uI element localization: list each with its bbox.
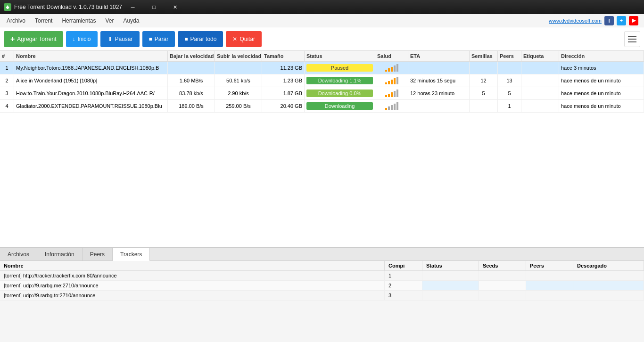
col-id: # [0, 51, 14, 61]
cell-size: 20.40 GB [262, 100, 305, 112]
cell-id: 3 [0, 87, 14, 99]
col-eta: ETA [408, 51, 470, 61]
tracker-col-peers: Peers [526, 261, 573, 270]
menu-ver[interactable]: Ver [100, 16, 118, 26]
cell-label [521, 100, 559, 112]
menu-herramientas[interactable]: Herramientas [57, 16, 100, 26]
tracker-status [422, 281, 479, 290]
cell-eta [408, 100, 470, 112]
tracker-col-downloaded: Descargado [573, 261, 644, 270]
tracker-seeds [479, 271, 526, 280]
cell-seeds [470, 62, 498, 74]
stop-button[interactable]: ■ Parar [142, 31, 175, 47]
cell-size: 1.87 GB [262, 87, 305, 99]
stop-label: Parar [155, 36, 168, 42]
cell-up-speed [215, 62, 262, 74]
tab-peers[interactable]: Peers [83, 248, 113, 261]
cell-down-speed [168, 62, 215, 74]
quit-button[interactable]: ✕ Quitar [226, 31, 262, 47]
cell-label [521, 62, 559, 74]
col-size: Tamaño [262, 51, 305, 61]
bottom-panel: ArchivosInformaciónPeersTrackers Nombre … [0, 248, 644, 342]
cell-added: hace menos de un minuto [559, 74, 644, 87]
facebook-button[interactable]: f [604, 16, 614, 25]
cell-down-speed: 189.00 B/s [168, 100, 215, 112]
cell-down-speed: 83.78 kb/s [168, 87, 215, 99]
cell-label [521, 87, 559, 99]
titlebar: Free Torrent Download v. 1.0.73 build 10… [0, 0, 644, 14]
cell-eta: 12 horas 23 minuto [408, 87, 470, 99]
menu-archivo[interactable]: Archivo [2, 16, 30, 26]
menu-auyda[interactable]: Auyda [118, 16, 144, 26]
table-row[interactable]: 4 Gladiator.2000.EXTENDED.PARAMOUNT.REIS… [0, 100, 644, 113]
pause-label: Pausar [115, 36, 133, 42]
cell-status: Downloading 1.1% [305, 74, 375, 87]
tab-información[interactable]: Información [37, 248, 83, 261]
tracker-row[interactable]: [torrent] udp://9.rarbg.to:2710/announce… [0, 291, 644, 301]
table-row[interactable]: 2 Alice in Wonderland (1951) [1080p] 1.6… [0, 74, 644, 87]
table-body: 1 My.Neighbor.Totoro.1988.JAPANESE.AND.E… [0, 62, 644, 113]
maximize-button[interactable]: □ [143, 0, 165, 14]
tracker-col-compi: Compi [385, 261, 422, 270]
hamburger-bar-1 [628, 36, 636, 37]
table-row[interactable]: 3 How.to.Train.Your.Dragon.2010.1080p.Bl… [0, 87, 644, 100]
cell-up-speed: 259.00 B/s [215, 100, 262, 112]
cell-name: My.Neighbor.Totoro.1988.JAPANESE.AND.ENG… [14, 62, 168, 74]
window-controls: ─ □ ✕ [122, 0, 186, 14]
col-up-speed: Subir la velocidad [215, 51, 262, 61]
menubar: Archivo Torrent Herramientas Ver Auyda w… [0, 14, 644, 27]
table-header: # Nombre Bajar la velocidad Subir la vel… [0, 51, 644, 62]
tracker-peers [526, 291, 573, 300]
svg-rect-1 [7, 8, 8, 9]
cell-up-speed: 2.90 kb/s [215, 87, 262, 99]
tracker-col-seeds: Seeds [479, 261, 526, 270]
twitter-button[interactable]: ✦ [617, 16, 626, 25]
tracker-name: [torrent] http://tracker.trackerfix.com:… [0, 271, 385, 280]
col-down-speed: Bajar la velocidad [168, 51, 215, 61]
start-button[interactable]: ↓ Inicio [66, 31, 98, 47]
tracker-compi: 1 [385, 271, 422, 280]
social-links: www.dvdvideosoft.com f ✦ ▶ [549, 16, 642, 25]
hamburger-menu-button[interactable] [624, 31, 640, 47]
menu-torrent[interactable]: Torrent [30, 16, 57, 26]
tracker-row[interactable]: [torrent] udp://9.rarbg.me:2710/announce… [0, 281, 644, 291]
tracker-compi: 3 [385, 291, 422, 300]
stop-all-label: Parar todo [190, 36, 216, 42]
cell-id: 2 [0, 74, 14, 87]
tab-archivos[interactable]: Archivos [0, 248, 37, 261]
stop-all-button[interactable]: ■ Parar todo [178, 31, 223, 47]
col-health: Salud [375, 51, 408, 61]
tab-trackers[interactable]: Trackers [113, 248, 150, 261]
tracker-status [422, 291, 479, 300]
cell-added: hace menos de un minuto [559, 100, 644, 112]
cell-label [521, 74, 559, 87]
cell-seeds: 12 [470, 74, 498, 87]
youtube-button[interactable]: ▶ [629, 16, 638, 25]
close-button[interactable]: ✕ [165, 0, 186, 14]
tracker-col-status: Status [422, 261, 479, 270]
main-content: # Nombre Bajar la velocidad Subir la vel… [0, 51, 644, 342]
cell-up-speed: 50.61 kb/s [215, 74, 262, 87]
cell-health [375, 87, 408, 99]
tracker-status [422, 271, 479, 280]
tracker-row[interactable]: [torrent] http://tracker.trackerfix.com:… [0, 271, 644, 281]
minimize-button[interactable]: ─ [122, 0, 143, 14]
tracker-content: Nombre Compi Status Seeds Peers Descarga… [0, 261, 644, 301]
cell-seeds [470, 100, 498, 112]
cell-name: Gladiator.2000.EXTENDED.PARAMOUNT.REISSU… [14, 100, 168, 112]
cell-status: Downloading 0.0% [305, 87, 375, 99]
col-label: Etiqueta [521, 51, 559, 61]
start-icon: ↓ [73, 36, 75, 42]
add-torrent-button[interactable]: + Agregar Torrent [4, 31, 63, 47]
cell-name: Alice in Wonderland (1951) [1080p] [14, 74, 168, 87]
tracker-downloaded [573, 271, 644, 280]
pause-button[interactable]: ⏸ Pausar [100, 31, 140, 47]
tracker-seeds [479, 281, 526, 290]
tracker-peers [526, 281, 573, 290]
tracker-compi: 2 [385, 281, 422, 290]
cell-peers: 5 [498, 87, 521, 99]
cell-health [375, 100, 408, 112]
table-row[interactable]: 1 My.Neighbor.Totoro.1988.JAPANESE.AND.E… [0, 62, 644, 74]
cell-status: Downloading [305, 100, 375, 112]
website-link[interactable]: www.dvdvideosoft.com [549, 18, 602, 24]
